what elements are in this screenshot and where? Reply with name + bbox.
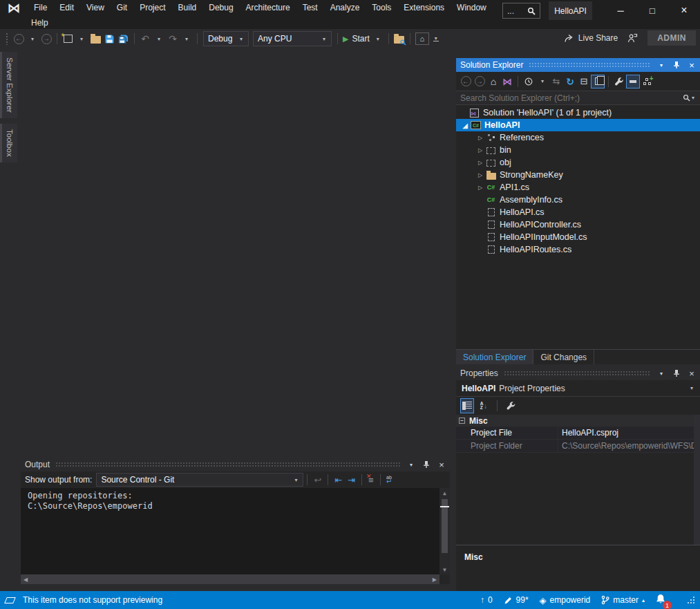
scroll-down-icon[interactable]: ▼ [443, 565, 446, 574]
expander-collapsed-icon[interactable]: ▷ [475, 185, 485, 191]
output-vertical-scrollbar[interactable]: ▲ ▼ [439, 488, 450, 574]
switch-views-icon[interactable]: ⇆ [549, 75, 563, 88]
properties-object-selector[interactable]: HelloAPI Project Properties ▾ [456, 380, 700, 397]
back-button[interactable]: ← [459, 75, 473, 88]
properties-scrollbar[interactable] [694, 415, 700, 545]
tree-item-helloapiroutes[interactable]: HelloAPIRoutes.cs [456, 243, 700, 256]
save-all-button[interactable] [116, 31, 131, 46]
close-panel-icon[interactable]: × [436, 459, 447, 470]
titlebar-search-box[interactable]: ... [502, 3, 540, 19]
find-in-files-button[interactable] [392, 31, 406, 46]
tree-item-obj[interactable]: ▷ obj [456, 156, 700, 169]
word-wrap-icon[interactable]: ab↵ [384, 476, 394, 484]
tree-item-strongnamekey[interactable]: ▷ StrongNameKey [456, 169, 700, 181]
menu-debug[interactable]: Debug [202, 0, 239, 15]
close-panel-icon[interactable]: × [686, 59, 697, 71]
toolbar-drag-grip[interactable] [6, 32, 9, 45]
live-share-button[interactable]: Live Share [564, 33, 618, 43]
tree-item-solution[interactable]: ⋈ Solution 'HelloAPI' (1 of 1 project) [456, 106, 700, 119]
properties-icon[interactable] [612, 75, 626, 88]
admin-account-button[interactable]: ADMIN [647, 30, 696, 46]
scrollbar-thumb[interactable] [442, 499, 448, 553]
feedback-button[interactable] [627, 33, 638, 43]
home-icon[interactable]: ⌂ [486, 75, 500, 88]
start-debug-button[interactable]: ▶ Start [341, 31, 371, 46]
property-pages-icon[interactable] [504, 398, 518, 413]
expander-collapsed-icon[interactable]: ▷ [475, 172, 485, 178]
navigate-back-dropdown[interactable]: ▾ [26, 31, 39, 46]
tree-item-references[interactable]: ▷ References [456, 131, 700, 144]
search-input[interactable] [460, 93, 683, 103]
show-all-files-button[interactable] [591, 75, 605, 88]
solution-platform-combo[interactable]: Any CPU▾ [253, 31, 332, 46]
solution-configuration-combo[interactable]: Debug▾ [203, 31, 249, 46]
property-row-project-folder[interactable]: Project Folder C:\Source\Repos\empowerid… [456, 440, 700, 453]
scroll-up-icon[interactable]: ▲ [443, 488, 446, 498]
collapse-category-icon[interactable]: − [459, 418, 465, 424]
menu-build[interactable]: Build [172, 0, 203, 15]
category-row-misc[interactable]: − Misc [456, 415, 700, 427]
window-position-dropdown[interactable]: ▾ [656, 368, 667, 379]
menu-view[interactable]: View [80, 0, 111, 15]
save-button[interactable] [102, 31, 116, 46]
class-diagram-icon[interactable]: + [640, 75, 654, 88]
navigate-forward-button[interactable]: → [39, 31, 53, 46]
pin-icon[interactable] [671, 368, 682, 379]
minimize-button[interactable]: ─ [605, 0, 636, 21]
branch-button[interactable]: master ▴ [601, 595, 645, 605]
output-header[interactable]: Output ▾ × [21, 458, 450, 471]
menu-project[interactable]: Project [133, 0, 171, 15]
scroll-right-icon[interactable]: ▶ [433, 577, 437, 583]
start-dropdown[interactable]: ▾ [371, 31, 385, 46]
open-file-button[interactable] [88, 31, 102, 46]
window-position-dropdown[interactable]: ▾ [656, 59, 667, 71]
pin-icon[interactable] [421, 459, 432, 470]
tree-item-helloapicontroller[interactable]: HelloAPIController.cs [456, 218, 700, 231]
output-content[interactable]: Opening repositories: C:\Source\Repos\em… [21, 488, 450, 574]
tree-item-bin[interactable]: ▷ bin [456, 144, 700, 156]
resize-grip[interactable] [688, 597, 694, 603]
filter-dropdown[interactable]: ▾ [536, 75, 549, 88]
pin-icon[interactable] [671, 59, 682, 71]
menu-extensions[interactable]: Extensions [397, 0, 451, 15]
tree-item-api1[interactable]: ▷ C# API1.cs [456, 181, 700, 194]
expander-collapsed-icon[interactable]: ▷ [475, 135, 485, 141]
menu-tools[interactable]: Tools [366, 0, 397, 15]
collapse-all-icon[interactable]: ⊟ [577, 75, 591, 88]
tree-item-assemblyinfo[interactable]: C# AssemblyInfo.cs [456, 194, 700, 206]
pending-changes-filter-icon[interactable] [522, 75, 536, 88]
navigate-back-button[interactable]: ← [12, 31, 26, 46]
new-project-button[interactable] [61, 31, 75, 46]
tab-server-explorer[interactable]: Server Explorer [0, 52, 17, 118]
expander-collapsed-icon[interactable]: ▷ [475, 147, 485, 153]
forward-button[interactable]: → [473, 75, 486, 88]
output-source-combo[interactable]: Source Control - Git ▾ [96, 473, 303, 487]
outgoing-commits-button[interactable]: ↑ 0 [480, 595, 493, 605]
search-options-dropdown[interactable]: ▾ [690, 95, 696, 101]
maximize-button[interactable]: □ [636, 0, 668, 21]
tree-item-helloapiinputmodel[interactable]: HelloAPIInputModel.cs [456, 231, 700, 243]
close-button[interactable]: × [668, 0, 700, 21]
menu-file[interactable]: File [28, 0, 53, 15]
close-panel-icon[interactable]: × [686, 368, 697, 379]
window-position-dropdown[interactable]: ▾ [406, 459, 417, 470]
menu-help[interactable]: Help [25, 15, 55, 30]
properties-header[interactable]: Properties ▾ × [456, 366, 700, 380]
categorized-button[interactable] [460, 398, 474, 413]
alphabetical-sort-button[interactable]: AZ↓ [477, 398, 491, 413]
refresh-icon[interactable]: ↻ [563, 75, 577, 88]
search-icon[interactable] [683, 94, 690, 102]
tree-item-helloapi-project[interactable]: ◢ C# HelloAPI [456, 119, 700, 131]
scroll-left-icon[interactable]: ◀ [23, 577, 28, 583]
web-browser-button[interactable]: ⌂ [414, 31, 431, 46]
expander-expanded-icon[interactable]: ◢ [460, 122, 470, 129]
menu-test[interactable]: Test [296, 0, 324, 15]
menu-analyze[interactable]: Analyze [324, 0, 366, 15]
tab-solution-explorer[interactable]: Solution Explorer [456, 350, 533, 364]
sync-with-active-document-icon[interactable]: ⋈ [500, 75, 514, 88]
solution-explorer-header[interactable]: Solution Explorer ▾ × [456, 58, 700, 72]
property-row-project-file[interactable]: Project File HelloAPI.csproj [456, 427, 700, 440]
toolbar-overflow-button[interactable]: ▾ [433, 37, 439, 41]
undo-button[interactable]: ↶ [138, 31, 152, 46]
tab-git-changes[interactable]: Git Changes [533, 350, 594, 364]
